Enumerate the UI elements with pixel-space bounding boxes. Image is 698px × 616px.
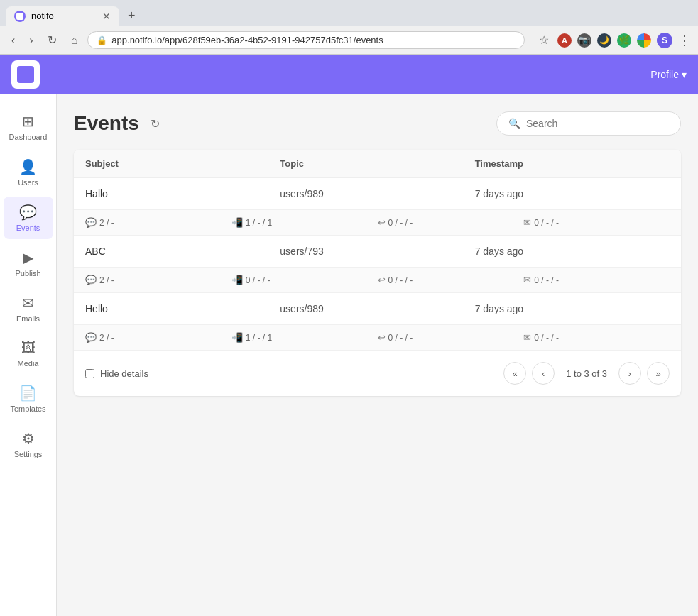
sidebar-item-emails[interactable]: ✉ Emails [4, 287, 53, 330]
detail-redirects: ↩ 0 / - / - [378, 217, 524, 228]
sidebar-item-dashboard[interactable]: ⊞ Dashboard [4, 106, 53, 148]
redirects-value: 0 / - / - [388, 275, 413, 285]
next-page-button[interactable]: › [618, 362, 641, 385]
emails-value: 0 / - / - [534, 275, 559, 285]
detail-redirects: ↩ 0 / - / - [378, 332, 524, 343]
hide-details-checkbox[interactable] [85, 369, 94, 378]
profile-chevron: ▾ [682, 69, 687, 80]
redirects-value: 0 / - / - [388, 218, 413, 228]
emails-value: 0 / - / - [534, 333, 559, 343]
profile-menu[interactable]: Profile ▾ [650, 69, 687, 80]
last-page-button[interactable]: » [647, 362, 670, 385]
app-header: Profile ▾ [0, 55, 698, 94]
new-tab-button[interactable]: + [122, 6, 141, 26]
tab-favicon [14, 11, 26, 22]
detail-pushes: 📲 0 / - / - [231, 275, 378, 285]
prev-page-button[interactable]: ‹ [532, 362, 555, 385]
detail-comments: 💬 2 / - [85, 275, 231, 285]
app-logo [11, 60, 40, 89]
browser-controls: ‹ › ↻ ⌂ 🔒 app.notifo.io/app/628f59eb-36a… [0, 26, 698, 55]
page-info: 1 to 3 of 3 [560, 368, 613, 379]
redirects-value: 0 / - / - [388, 333, 413, 343]
pagination-area: Hide details « ‹ 1 to 3 of 3 › » [74, 351, 681, 396]
settings-icon: ⚙ [22, 430, 35, 447]
redirect-icon: ↩ [378, 332, 386, 343]
dark-mode-extension[interactable]: 🌙 [597, 33, 611, 48]
green-extension[interactable]: 🌿 [617, 33, 631, 48]
app-body: ⊞ Dashboard 👤 Users 💬 Events ▶ Publish ✉… [0, 94, 698, 616]
push-icon: 📲 [231, 217, 243, 228]
detail-comments: 💬 2 / - [85, 332, 231, 343]
table-row[interactable]: ABC users/793 7 days ago [74, 236, 681, 268]
first-page-button[interactable]: « [503, 362, 526, 385]
publish-icon: ▶ [23, 249, 33, 266]
event-timestamp: 7 days ago [475, 246, 670, 257]
comment-icon: 💬 [85, 217, 97, 228]
emails-icon: ✉ [22, 295, 34, 312]
back-button[interactable]: ‹ [7, 31, 19, 50]
col-subject: Subject [85, 158, 280, 169]
col-timestamp: Timestamp [475, 158, 670, 169]
forward-button[interactable]: › [25, 31, 37, 50]
hide-details-label: Hide details [100, 368, 148, 379]
events-icon: 💬 [19, 204, 37, 221]
push-icon: 📲 [231, 275, 243, 285]
pushes-value: 1 / - / 1 [246, 218, 272, 228]
abp-extension[interactable]: A [557, 33, 572, 48]
page-title: Events [74, 112, 139, 135]
camera-extension[interactable]: 📷 [577, 33, 591, 48]
events-table: Subject Topic Timestamp Hallo users/989 … [74, 150, 681, 396]
comment-icon: 💬 [85, 275, 97, 285]
table-row[interactable]: Hallo users/989 7 days ago [74, 178, 681, 210]
event-topic: users/793 [280, 246, 474, 257]
chrome-extension[interactable] [637, 33, 651, 48]
detail-pushes: 📲 1 / - / 1 [231, 217, 378, 228]
main-content: Events ↻ 🔍 Subject Topic Timestamp Hallo… [57, 94, 698, 616]
profile-label: Profile [650, 69, 679, 80]
tab-close-button[interactable]: ✕ [102, 11, 111, 22]
event-details-row: 💬 2 / - 📲 1 / - / 1 ↩ 0 / - / - ✉ 0 / - … [74, 210, 681, 236]
event-details-row: 💬 2 / - 📲 0 / - / - ↩ 0 / - / - ✉ 0 / - … [74, 268, 681, 293]
sidebar-item-templates[interactable]: 📄 Templates [4, 378, 53, 420]
address-bar[interactable]: 🔒 app.notifo.io/app/628f59eb-36a2-4b52-9… [87, 31, 525, 49]
tab-title: notifo [31, 11, 54, 21]
sidebar-item-settings[interactable]: ⚙ Settings [4, 423, 53, 466]
templates-icon: 📄 [19, 385, 37, 402]
app-logo-icon [17, 66, 34, 83]
search-input-wrap[interactable]: 🔍 [496, 111, 681, 136]
event-details-row: 💬 2 / - 📲 1 / - / 1 ↩ 0 / - / - ✉ 0 / - … [74, 325, 681, 351]
lock-icon: 🔒 [97, 35, 107, 45]
more-button[interactable]: ⋮ [678, 33, 691, 48]
search-input[interactable] [526, 118, 669, 129]
comments-value: 2 / - [99, 275, 114, 285]
table-row[interactable]: Hello users/989 7 days ago [74, 293, 681, 325]
email-icon: ✉ [523, 332, 531, 343]
event-timestamp: 7 days ago [475, 188, 670, 199]
tab-bar: notifo ✕ + [0, 0, 698, 26]
browser-actions: ☆ A 📷 🌙 🌿 S ⋮ [536, 31, 691, 50]
emails-value: 0 / - / - [534, 218, 559, 228]
detail-pushes: 📲 1 / - / 1 [231, 332, 378, 343]
pushes-value: 1 / - / 1 [246, 333, 272, 343]
redirect-icon: ↩ [378, 275, 386, 285]
col-topic: Topic [280, 158, 474, 169]
sidebar: ⊞ Dashboard 👤 Users 💬 Events ▶ Publish ✉… [0, 94, 57, 616]
push-icon: 📲 [231, 332, 243, 343]
sidebar-item-users[interactable]: 👤 Users [4, 151, 53, 194]
active-tab[interactable]: notifo ✕ [6, 6, 119, 26]
sidebar-item-publish[interactable]: ▶ Publish [4, 242, 53, 285]
browser-chrome: notifo ✕ + ‹ › ↻ ⌂ 🔒 app.notifo.io/app/6… [0, 0, 698, 55]
home-button[interactable]: ⌂ [67, 31, 82, 50]
users-icon: 👤 [19, 158, 37, 175]
reload-button[interactable]: ↻ [43, 31, 61, 50]
detail-redirects: ↩ 0 / - / - [378, 275, 524, 285]
refresh-button[interactable]: ↻ [148, 114, 163, 133]
sidebar-item-media[interactable]: 🖼 Media [4, 333, 53, 375]
profile-avatar[interactable]: S [657, 33, 672, 48]
event-subject: Hello [85, 303, 280, 314]
bookmark-button[interactable]: ☆ [536, 31, 552, 50]
sidebar-item-events[interactable]: 💬 Events [4, 197, 53, 239]
table-header: Subject Topic Timestamp [74, 150, 681, 178]
search-bar: 🔍 [496, 111, 681, 136]
event-subject: Hallo [85, 188, 280, 199]
